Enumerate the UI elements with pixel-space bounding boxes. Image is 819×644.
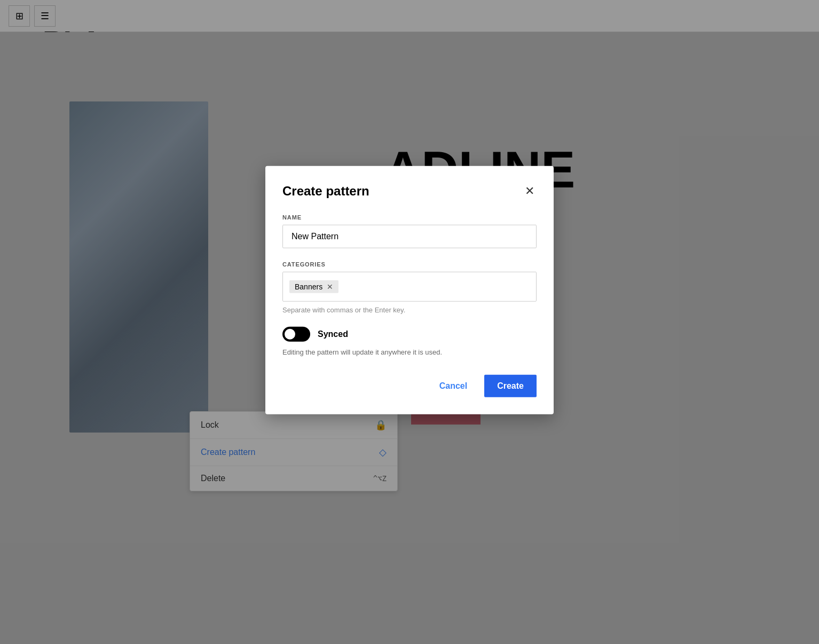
cancel-button[interactable]: Cancel bbox=[431, 375, 476, 396]
toggle-thumb bbox=[285, 329, 295, 340]
synced-toggle[interactable] bbox=[282, 327, 310, 342]
synced-toggle-row: Synced bbox=[282, 327, 537, 342]
synced-description: Editing the pattern will update it anywh… bbox=[282, 347, 537, 358]
modal-footer: Cancel Create bbox=[282, 374, 537, 397]
name-field-group: NAME bbox=[282, 214, 537, 261]
modal-header: Create pattern ✕ bbox=[282, 183, 537, 199]
modal-close-button[interactable]: ✕ bbox=[523, 183, 537, 199]
name-field-label: NAME bbox=[282, 214, 537, 221]
synced-toggle-label: Synced bbox=[318, 329, 348, 339]
categories-field-group: CATEGORIES Banners ✕ Separate with comma… bbox=[282, 261, 537, 314]
modal-title: Create pattern bbox=[282, 184, 369, 199]
tag-banners-label: Banners bbox=[295, 282, 322, 291]
name-input[interactable] bbox=[282, 225, 537, 248]
categories-field-label: CATEGORIES bbox=[282, 261, 537, 268]
tag-banners: Banners ✕ bbox=[289, 280, 338, 293]
categories-input-wrap[interactable]: Banners ✕ bbox=[282, 272, 537, 302]
create-pattern-modal: Create pattern ✕ NAME CATEGORIES Banners… bbox=[265, 166, 554, 414]
tag-banners-remove[interactable]: ✕ bbox=[327, 283, 333, 290]
create-button[interactable]: Create bbox=[484, 374, 537, 397]
categories-hint: Separate with commas or the Enter key. bbox=[282, 306, 537, 314]
